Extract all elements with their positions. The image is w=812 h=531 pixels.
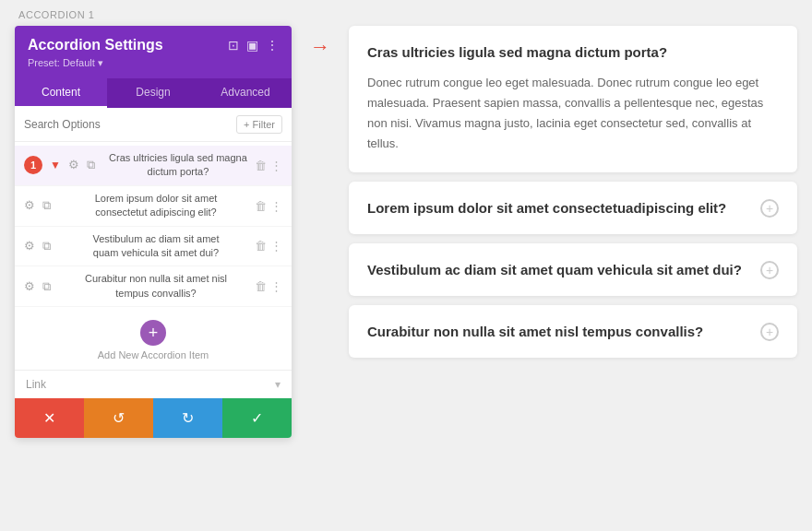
settings-panel: Accordion Settings ⊡ ▣ ⋮ Preset: Default… <box>15 26 292 438</box>
arrow-indicator: → <box>310 35 330 59</box>
page-label: ACCORDION 1 <box>0 0 812 26</box>
panel-header-icons: ⊡ ▣ ⋮ <box>228 38 279 53</box>
reset-button[interactable]: ↺ <box>84 398 153 438</box>
accordion-card-header: Vestibulum ac diam sit amet quam vehicul… <box>367 260 779 279</box>
trash-icon[interactable]: 🗑 <box>255 159 267 172</box>
item-icons: ⚙ ⧉ <box>24 239 57 254</box>
fullscreen-icon[interactable]: ⊡ <box>228 38 239 53</box>
item-text: Lorem ipsum dolor sit ametconsectetut ad… <box>63 192 249 220</box>
copy-icon[interactable]: ⧉ <box>42 239 57 254</box>
accordion-open-title: Cras ultricies ligula sed magna dictum p… <box>367 42 667 62</box>
item-actions: 🗑 ⋮ <box>255 239 282 253</box>
plus-icon[interactable]: + <box>760 323 779 341</box>
item-actions: 🗑 ⋮ <box>255 279 282 293</box>
panel-title: Accordion Settings <box>28 37 163 53</box>
accordion-closed-card[interactable]: Lorem ipsum dolor sit amet consectetuadi… <box>349 182 797 234</box>
dots-icon[interactable]: ⋮ <box>270 239 282 253</box>
panel-preset[interactable]: Preset: Default ▾ <box>28 57 279 69</box>
plus-icon[interactable]: + <box>760 261 779 279</box>
list-item[interactable]: ⚙ ⧉ Vestibulum ac diam sit ametquam vehi… <box>15 227 292 267</box>
accordion-card-header: Curabitur non nulla sit amet nisl tempus… <box>367 322 779 341</box>
tab-content[interactable]: Content <box>15 78 107 108</box>
accordion-card-header: Cras ultricies ligula sed magna dictum p… <box>367 42 779 62</box>
panel-header-top: Accordion Settings ⊡ ▣ ⋮ <box>28 37 279 53</box>
item-number-badge: 1 <box>24 156 42 174</box>
save-button[interactable]: ✓ <box>222 398 292 438</box>
item-actions: 🗑 ⋮ <box>255 159 282 172</box>
tab-advanced[interactable]: Advanced <box>199 78 292 108</box>
redo-button[interactable]: ↻ <box>153 398 222 438</box>
add-item-label: Add New Accordion Item <box>98 349 209 360</box>
panel-header: Accordion Settings ⊡ ▣ ⋮ Preset: Default… <box>15 26 292 78</box>
down-arrow-icon: ▼ <box>50 159 61 171</box>
main-content: Accordion Settings ⊡ ▣ ⋮ Preset: Default… <box>0 26 812 531</box>
item-text: Curabitur non nulla sit amet nisltempus … <box>63 272 249 301</box>
accordion-closed-title: Curabitur non nulla sit amet nisl tempus… <box>367 322 703 341</box>
plus-icon[interactable]: + <box>760 199 779 218</box>
copy-icon[interactable]: ⧉ <box>42 198 57 213</box>
add-item-row: + Add New Accordion Item <box>15 311 292 370</box>
filter-button[interactable]: + Filter <box>236 115 282 134</box>
accordion-open-body: Donec rutrum congue leo eget malesuada. … <box>367 73 779 154</box>
gear-icon[interactable]: ⚙ <box>24 279 39 294</box>
item-actions: 🗑 ⋮ <box>255 199 282 213</box>
item-icons: ⚙ ⧉ <box>24 279 57 294</box>
accordion-items-list: 1 ▼ ⚙ ⧉ Cras ultricies ligula sed magnad… <box>15 142 292 311</box>
add-accordion-item-button[interactable]: + <box>140 320 166 346</box>
list-item[interactable]: 1 ▼ ⚙ ⧉ Cras ultricies ligula sed magnad… <box>15 146 292 186</box>
panel-footer: ✕ ↺ ↻ ✓ <box>15 398 292 438</box>
item-text: Vestibulum ac diam sit ametquam vehicula… <box>63 232 249 261</box>
trash-icon[interactable]: 🗑 <box>255 239 267 253</box>
copy-icon[interactable]: ⧉ <box>87 158 102 172</box>
search-input[interactable] <box>24 118 231 131</box>
layout-icon[interactable]: ▣ <box>246 38 258 53</box>
accordion-open-card[interactable]: Cras ultricies ligula sed magna dictum p… <box>349 26 797 172</box>
dots-icon[interactable]: ⋮ <box>270 199 282 213</box>
trash-icon[interactable]: 🗑 <box>255 199 267 213</box>
dots-icon[interactable]: ⋮ <box>270 279 282 293</box>
accordion-closed-card[interactable]: Vestibulum ac diam sit amet quam vehicul… <box>349 243 797 296</box>
gear-icon[interactable]: ⚙ <box>68 158 83 172</box>
accordion-closed-title: Lorem ipsum dolor sit amet consectetuadi… <box>367 198 726 218</box>
list-item[interactable]: ⚙ ⧉ Curabitur non nulla sit amet nisltem… <box>15 266 292 307</box>
more-icon[interactable]: ⋮ <box>266 38 279 53</box>
panel-tabs: Content Design Advanced <box>15 78 292 108</box>
trash-icon[interactable]: 🗑 <box>255 279 267 293</box>
accordion-display: Cras ultricies ligula sed magna dictum p… <box>349 26 797 358</box>
link-label: Link <box>26 378 46 391</box>
search-bar: + Filter <box>15 108 292 142</box>
item-icons: ⚙ ⧉ <box>24 198 57 213</box>
accordion-closed-card[interactable]: Curabitur non nulla sit amet nisl tempus… <box>349 305 797 358</box>
accordion-closed-title: Vestibulum ac diam sit amet quam vehicul… <box>367 260 742 279</box>
copy-icon[interactable]: ⧉ <box>42 279 57 294</box>
item-text: Cras ultricies ligula sed magnadictum po… <box>107 151 249 180</box>
tab-design[interactable]: Design <box>107 78 199 108</box>
gear-icon[interactable]: ⚙ <box>24 239 39 254</box>
dots-icon[interactable]: ⋮ <box>270 159 282 172</box>
accordion-card-header: Lorem ipsum dolor sit amet consectetuadi… <box>367 198 779 218</box>
link-row: Link ▾ <box>15 370 292 398</box>
item-icons: ⚙ ⧉ <box>68 158 102 172</box>
chevron-down-icon[interactable]: ▾ <box>275 378 281 391</box>
cancel-button[interactable]: ✕ <box>15 398 84 438</box>
list-item[interactable]: ⚙ ⧉ Lorem ipsum dolor sit ametconsectetu… <box>15 186 292 227</box>
gear-icon[interactable]: ⚙ <box>24 198 39 213</box>
